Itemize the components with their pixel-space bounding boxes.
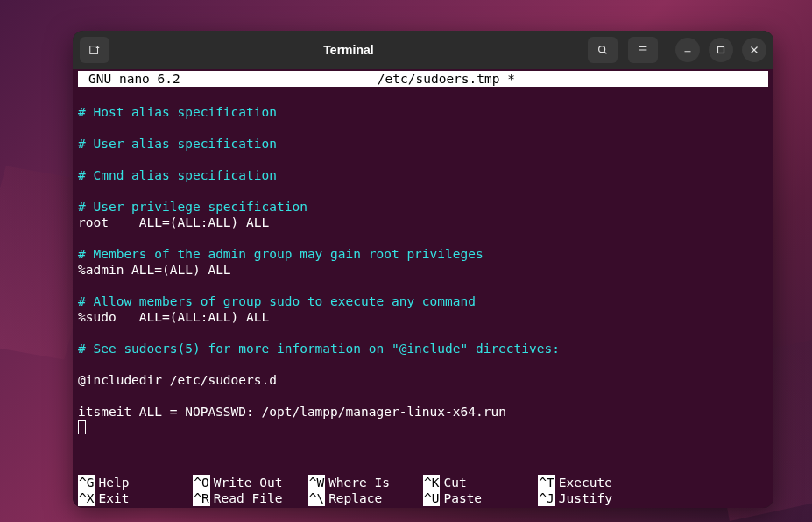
new-tab-icon [88,44,101,56]
nano-app-name: GNU nano 6.2 [81,71,180,87]
terminal-window: Terminal GNU nano 6.2 [73,31,773,508]
shortcut-label: Cut [443,475,466,490]
shortcut-justify: ^JJustify [538,490,653,506]
editor-line: # User alias specification [78,137,277,151]
hamburger-icon [637,44,649,56]
shortcut-key: ^G [78,475,95,490]
titlebar: Terminal [73,31,773,69]
shortcut-key: ^T [538,475,554,490]
shortcut-label: Justify [559,490,612,506]
terminal-body[interactable]: GNU nano 6.2 /etc/sudoers.tmp * # Host a… [73,69,773,508]
editor-line: @includedir /etc/sudoers.d [78,373,277,387]
new-tab-button[interactable] [80,37,109,63]
close-button[interactable] [742,38,766,62]
shortcut-exit: ^XExit [78,490,193,506]
shortcut-execute: ^TExecute [538,475,653,490]
shortcut-label: Paste [443,490,482,506]
editor-line: %admin ALL=(ALL) ALL [78,263,231,277]
search-button[interactable] [588,37,618,63]
shortcut-label: Exit [98,490,129,506]
svg-point-3 [599,46,605,53]
close-icon [748,44,760,56]
editor-line: # Allow members of group sudo to execute… [78,294,476,308]
editor-line: # Members of the admin group may gain ro… [78,247,484,261]
shortcut-whereis: ^WWhere Is [308,475,423,490]
nano-file-path: /etc/sudoers.tmp * [180,71,712,87]
svg-rect-9 [718,47,724,53]
editor-line: root ALL=(ALL:ALL) ALL [78,215,269,229]
shortcut-label: Help [98,475,129,490]
minimize-icon [681,44,694,56]
shortcut-key: ^R [193,490,209,506]
window-title: Terminal [115,43,583,57]
shortcut-label: Execute [559,475,612,490]
maximize-icon [715,44,727,56]
maximize-button[interactable] [709,38,733,62]
shortcut-key: ^K [423,475,440,490]
shortcut-key: ^O [193,475,209,490]
shortcut-label: Write Out [214,475,283,490]
shortcut-key: ^U [423,490,440,506]
editor-line: # Host alias specification [78,105,277,119]
shortcut-replace: ^\Replace [308,490,423,506]
shortcut-key: ^X [78,490,95,506]
minimize-button[interactable] [675,38,700,62]
editor-line: # User privilege specification [78,200,307,214]
svg-line-4 [604,52,607,54]
nano-footer: ^GHelp ^OWrite Out ^WWhere Is ^KCut ^TEx… [78,475,768,508]
shortcut-writeout: ^OWrite Out [193,475,307,490]
editor-content[interactable]: # Host alias specification # User alias … [78,87,768,475]
menu-button[interactable] [628,37,658,63]
shortcut-cut: ^KCut [423,475,538,490]
nano-header: GNU nano 6.2 /etc/sudoers.tmp * [78,71,768,87]
shortcut-label: Read File [214,490,283,506]
editor-line: # See sudoers(5) for more information on… [78,342,560,356]
shortcut-label: Where Is [328,475,390,490]
search-icon [597,44,609,56]
editor-line: itsmeit ALL = NOPASSWD: /opt/lampp/manag… [78,405,506,419]
shortcut-paste: ^UPaste [423,490,538,506]
shortcut-readfile: ^RRead File [193,490,307,506]
shortcut-key: ^\ [308,490,325,506]
editor-line: # Cmnd alias specification [78,168,277,182]
editor-line: %sudo ALL=(ALL:ALL) ALL [78,310,269,324]
shortcut-key: ^W [308,475,325,490]
shortcut-help: ^GHelp [78,475,193,490]
cursor [78,420,86,434]
shortcut-label: Replace [328,490,382,506]
shortcut-key: ^J [538,490,554,506]
